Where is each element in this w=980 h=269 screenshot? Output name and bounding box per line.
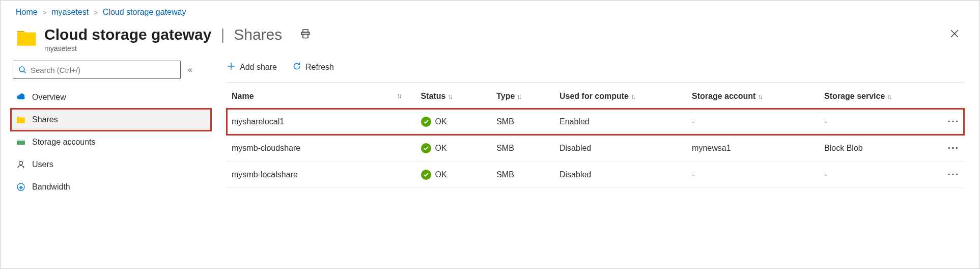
cell-status: OK	[421, 117, 487, 127]
print-icon[interactable]	[300, 29, 311, 41]
th-type[interactable]: Type↑↓	[491, 86, 554, 109]
users-icon	[16, 159, 26, 170]
cell-status: OK	[421, 170, 487, 180]
chevron-right-icon: >	[94, 9, 98, 16]
th-compute[interactable]: Used for compute↑↓	[554, 86, 687, 109]
cell-compute: Disabled	[554, 135, 687, 162]
sort-icon: ↑↓	[887, 93, 890, 100]
cell-type: SMB	[491, 135, 554, 162]
sidebar-item-label: Shares	[32, 115, 58, 124]
search-input-wrapper[interactable]	[13, 61, 181, 79]
sort-icon: ↑↓	[758, 93, 761, 100]
search-input[interactable]	[31, 66, 175, 74]
main-content: Add share Refresh Name↑↓ Status↑↓ Type↑↓…	[211, 58, 979, 198]
page-section: Shares	[234, 26, 282, 43]
cell-type: SMB	[491, 109, 554, 135]
sidebar-item-shares[interactable]: Shares	[11, 109, 211, 131]
cell-name[interactable]: mysmb-cloudshare	[227, 135, 416, 162]
folder-icon	[16, 27, 37, 48]
breadcrumb: Home > myasetest > Cloud storage gateway	[1, 1, 979, 22]
sidebar-item-overview[interactable]: Overview	[11, 86, 211, 109]
sort-icon: ↑↓	[517, 93, 520, 100]
toolbar-label: Refresh	[305, 63, 334, 72]
toolbar-label: Add share	[240, 63, 277, 72]
page-header: Cloud storage gateway | Shares myasetest	[1, 22, 979, 58]
page-title: Cloud storage gateway	[44, 26, 211, 43]
bandwidth-icon	[16, 182, 26, 192]
cell-service: -	[819, 109, 933, 135]
collapse-sidebar-icon[interactable]: «	[188, 65, 192, 74]
svg-rect-2	[303, 34, 308, 38]
cell-compute: Enabled	[554, 109, 687, 135]
row-actions-button[interactable]: ···	[933, 135, 964, 162]
svg-rect-7	[17, 118, 25, 123]
add-share-button[interactable]: Add share	[227, 62, 277, 73]
svg-point-12	[20, 188, 21, 189]
toolbar: Add share Refresh	[227, 60, 964, 82]
search-icon	[18, 66, 26, 74]
table-row[interactable]: mysmb-cloudshare OK SMB Disabled mynewsa…	[227, 135, 964, 162]
sidebar-item-label: Storage accounts	[32, 138, 96, 147]
ok-icon	[421, 143, 431, 153]
row-actions-button[interactable]: ···	[933, 162, 964, 188]
svg-point-5	[19, 67, 24, 72]
sidebar-item-bandwidth[interactable]: Bandwidth	[11, 176, 211, 198]
shares-table: Name↑↓ Status↑↓ Type↑↓ Used for compute↑…	[227, 86, 964, 188]
storage-icon	[16, 137, 26, 147]
ok-icon	[421, 117, 431, 127]
sort-icon: ↑↓	[397, 92, 401, 99]
th-name[interactable]: Name↑↓	[227, 86, 416, 109]
refresh-button[interactable]: Refresh	[292, 62, 334, 73]
th-account[interactable]: Storage account↑↓	[687, 86, 819, 109]
breadcrumb-page[interactable]: Cloud storage gateway	[103, 8, 186, 17]
ok-icon	[421, 170, 431, 180]
folder-icon	[16, 115, 26, 125]
breadcrumb-resource[interactable]: myasetest	[51, 8, 89, 17]
sort-icon: ↑↓	[631, 93, 634, 100]
breadcrumb-home[interactable]: Home	[16, 8, 38, 17]
sidebar: « Overview Shares Storage accounts	[13, 58, 211, 198]
table-row[interactable]: mysharelocal1 OK SMB Enabled - - ···	[227, 109, 964, 135]
svg-point-10	[19, 162, 23, 165]
page-subtitle: myasetest	[44, 44, 945, 52]
cell-compute: Disabled	[554, 162, 687, 188]
plus-icon	[227, 62, 236, 73]
title-divider: |	[220, 26, 225, 43]
cell-name[interactable]: mysmb-localshare	[227, 162, 416, 188]
cell-account: -	[687, 109, 819, 135]
cell-name[interactable]: mysharelocal1	[227, 109, 416, 135]
row-actions-button[interactable]: ···	[933, 109, 964, 135]
cell-status: OK	[421, 143, 487, 153]
chevron-right-icon: >	[43, 9, 47, 16]
svg-line-6	[24, 71, 26, 73]
svg-rect-0	[17, 33, 36, 46]
th-service[interactable]: Storage service↑↓	[819, 86, 933, 109]
sort-icon: ↑↓	[447, 93, 451, 100]
cell-account: mynewsa1	[687, 135, 819, 162]
close-icon[interactable]	[945, 26, 964, 44]
divider	[227, 82, 964, 83]
th-status[interactable]: Status↑↓	[416, 86, 492, 109]
sidebar-item-storage-accounts[interactable]: Storage accounts	[11, 131, 211, 153]
sidebar-item-users[interactable]: Users	[11, 153, 211, 176]
table-row[interactable]: mysmb-localshare OK SMB Disabled - - ···	[227, 162, 964, 188]
cell-account: -	[687, 162, 819, 188]
cloud-icon	[16, 92, 26, 102]
sidebar-item-label: Bandwidth	[32, 182, 70, 192]
cell-service: Block Blob	[819, 135, 933, 162]
svg-rect-9	[17, 140, 25, 141]
sidebar-item-label: Overview	[32, 93, 66, 102]
refresh-icon	[292, 62, 301, 73]
cell-service: -	[819, 162, 933, 188]
cell-type: SMB	[491, 162, 554, 188]
sidebar-item-label: Users	[32, 160, 53, 169]
